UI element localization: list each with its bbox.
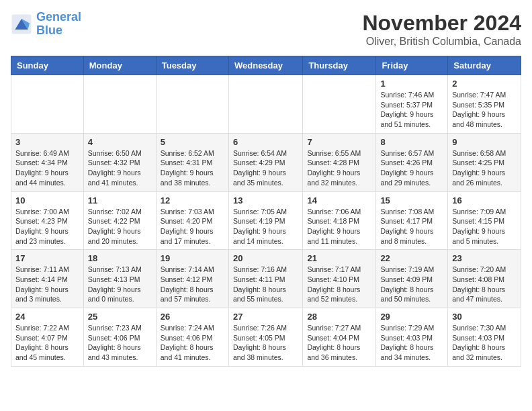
calendar-week-row: 24Sunrise: 7:22 AM Sunset: 4:07 PM Dayli… [11,308,521,367]
calendar-week-row: 17Sunrise: 7:11 AM Sunset: 4:14 PM Dayli… [11,250,521,308]
day-number: 27 [233,312,298,322]
calendar-cell: 29Sunrise: 7:29 AM Sunset: 4:03 PM Dayli… [376,308,448,367]
logo-line2: Blue [36,24,62,37]
day-info: Sunrise: 7:11 AM Sunset: 4:14 PM Dayligh… [15,265,79,304]
calendar-cell: 5Sunrise: 6:52 AM Sunset: 4:31 PM Daylig… [156,133,228,191]
day-number: 7 [307,137,371,147]
day-info: Sunrise: 7:17 AM Sunset: 4:10 PM Dayligh… [307,265,371,304]
day-number: 15 [380,195,443,205]
day-number: 30 [452,312,517,322]
day-number: 21 [307,253,371,263]
day-info: Sunrise: 7:23 AM Sunset: 4:06 PM Dayligh… [88,323,152,363]
calendar-cell: 10Sunrise: 7:00 AM Sunset: 4:23 PM Dayli… [11,191,84,250]
day-number: 1 [380,79,443,89]
calendar-week-row: 10Sunrise: 7:00 AM Sunset: 4:23 PM Dayli… [11,191,521,250]
calendar-cell: 23Sunrise: 7:20 AM Sunset: 4:08 PM Dayli… [448,250,521,308]
day-info: Sunrise: 7:47 AM Sunset: 5:35 PM Dayligh… [452,90,517,130]
calendar-cell: 8Sunrise: 6:57 AM Sunset: 4:26 PM Daylig… [376,133,448,191]
calendar-cell: 11Sunrise: 7:02 AM Sunset: 4:22 PM Dayli… [83,191,156,250]
day-number: 5 [161,137,224,147]
calendar-cell: 12Sunrise: 7:03 AM Sunset: 4:20 PM Dayli… [156,191,228,250]
day-info: Sunrise: 7:27 AM Sunset: 4:04 PM Dayligh… [307,323,371,363]
calendar-cell: 30Sunrise: 7:30 AM Sunset: 4:03 PM Dayli… [448,308,521,367]
calendar-cell: 26Sunrise: 7:24 AM Sunset: 4:06 PM Dayli… [156,308,228,367]
calendar-cell [156,75,228,134]
day-info: Sunrise: 7:46 AM Sunset: 5:37 PM Dayligh… [380,90,443,130]
calendar-cell: 13Sunrise: 7:05 AM Sunset: 4:19 PM Dayli… [228,191,302,250]
day-number: 13 [233,195,298,205]
day-info: Sunrise: 7:16 AM Sunset: 4:11 PM Dayligh… [233,265,298,304]
day-number: 22 [380,253,443,263]
day-number: 18 [88,253,152,263]
day-number: 25 [88,312,152,322]
calendar-cell: 18Sunrise: 7:13 AM Sunset: 4:13 PM Dayli… [83,250,156,308]
weekday-header-thursday: Thursday [303,56,376,75]
day-number: 10 [15,195,79,205]
calendar-cell [83,75,156,134]
calendar-cell [11,75,84,134]
day-info: Sunrise: 7:24 AM Sunset: 4:06 PM Dayligh… [161,323,224,363]
day-number: 8 [380,137,443,147]
day-number: 26 [161,312,224,322]
calendar-week-row: 1Sunrise: 7:46 AM Sunset: 5:37 PM Daylig… [11,75,521,134]
calendar-cell: 7Sunrise: 6:55 AM Sunset: 4:28 PM Daylig… [303,133,376,191]
day-number: 24 [15,312,79,322]
calendar-cell: 24Sunrise: 7:22 AM Sunset: 4:07 PM Dayli… [11,308,84,367]
calendar-cell: 17Sunrise: 7:11 AM Sunset: 4:14 PM Dayli… [11,250,84,308]
calendar-week-row: 3Sunrise: 6:49 AM Sunset: 4:34 PM Daylig… [11,133,521,191]
day-number: 29 [380,312,443,322]
calendar-cell: 16Sunrise: 7:09 AM Sunset: 4:15 PM Dayli… [448,191,521,250]
logo-icon [11,13,32,35]
calendar-body: 1Sunrise: 7:46 AM Sunset: 5:37 PM Daylig… [11,75,521,367]
day-info: Sunrise: 7:05 AM Sunset: 4:19 PM Dayligh… [233,207,298,246]
day-number: 4 [88,137,152,147]
weekday-header-saturday: Saturday [448,56,521,75]
day-number: 11 [88,195,152,205]
calendar-cell [303,75,376,134]
calendar-cell: 14Sunrise: 7:06 AM Sunset: 4:18 PM Dayli… [303,191,376,250]
day-info: Sunrise: 7:03 AM Sunset: 4:20 PM Dayligh… [161,207,224,246]
calendar-cell: 3Sunrise: 6:49 AM Sunset: 4:34 PM Daylig… [11,133,84,191]
month-title: November 2024 [362,11,521,36]
day-info: Sunrise: 6:54 AM Sunset: 4:29 PM Dayligh… [233,148,298,188]
day-info: Sunrise: 7:22 AM Sunset: 4:07 PM Dayligh… [15,323,79,363]
calendar-cell: 2Sunrise: 7:47 AM Sunset: 5:35 PM Daylig… [448,75,521,134]
day-info: Sunrise: 6:55 AM Sunset: 4:28 PM Dayligh… [307,148,371,188]
calendar-cell: 4Sunrise: 6:50 AM Sunset: 4:32 PM Daylig… [83,133,156,191]
logo-line1: General [36,10,81,24]
calendar-header: SundayMondayTuesdayWednesdayThursdayFrid… [11,56,521,75]
day-number: 14 [307,195,371,205]
day-info: Sunrise: 7:09 AM Sunset: 4:15 PM Dayligh… [452,207,517,246]
day-number: 17 [15,253,79,263]
weekday-header-friday: Friday [376,56,448,75]
day-info: Sunrise: 7:00 AM Sunset: 4:23 PM Dayligh… [15,207,79,246]
calendar-cell: 28Sunrise: 7:27 AM Sunset: 4:04 PM Dayli… [303,308,376,367]
day-info: Sunrise: 7:20 AM Sunset: 4:08 PM Dayligh… [452,265,517,304]
calendar-cell: 1Sunrise: 7:46 AM Sunset: 5:37 PM Daylig… [376,75,448,134]
day-info: Sunrise: 7:19 AM Sunset: 4:09 PM Dayligh… [380,265,443,304]
calendar-cell: 20Sunrise: 7:16 AM Sunset: 4:11 PM Dayli… [228,250,302,308]
calendar-cell: 25Sunrise: 7:23 AM Sunset: 4:06 PM Dayli… [83,308,156,367]
day-info: Sunrise: 6:52 AM Sunset: 4:31 PM Dayligh… [161,148,224,188]
day-number: 12 [161,195,224,205]
day-info: Sunrise: 6:57 AM Sunset: 4:26 PM Dayligh… [380,148,443,188]
calendar-cell: 21Sunrise: 7:17 AM Sunset: 4:10 PM Dayli… [303,250,376,308]
day-info: Sunrise: 6:49 AM Sunset: 4:34 PM Dayligh… [15,148,79,188]
day-info: Sunrise: 7:06 AM Sunset: 4:18 PM Dayligh… [307,207,371,246]
day-number: 3 [15,137,79,147]
header: General Blue November 2024 Oliver, Briti… [11,11,521,48]
day-number: 20 [233,253,298,263]
day-info: Sunrise: 7:13 AM Sunset: 4:13 PM Dayligh… [88,265,152,304]
day-number: 6 [233,137,298,147]
day-info: Sunrise: 7:26 AM Sunset: 4:05 PM Dayligh… [233,323,298,363]
calendar-cell [228,75,302,134]
day-number: 9 [452,137,517,147]
calendar-cell: 15Sunrise: 7:08 AM Sunset: 4:17 PM Dayli… [376,191,448,250]
title-area: November 2024 Oliver, British Columbia, … [362,11,521,48]
day-number: 2 [452,79,517,89]
calendar-cell: 27Sunrise: 7:26 AM Sunset: 4:05 PM Dayli… [228,308,302,367]
day-number: 28 [307,312,371,322]
calendar-cell: 6Sunrise: 6:54 AM Sunset: 4:29 PM Daylig… [228,133,302,191]
weekday-header-wednesday: Wednesday [228,56,302,75]
calendar-cell: 9Sunrise: 6:58 AM Sunset: 4:25 PM Daylig… [448,133,521,191]
